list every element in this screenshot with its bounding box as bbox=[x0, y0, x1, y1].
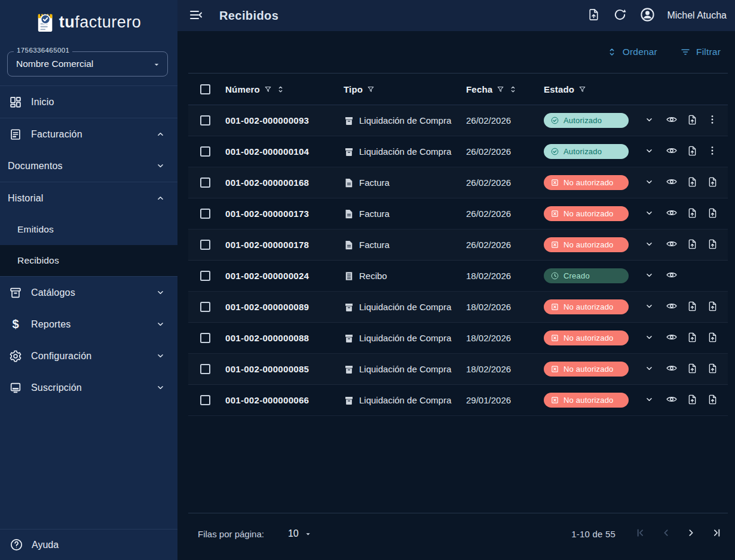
view-document-button[interactable] bbox=[661, 172, 682, 194]
status-cell: No autorizado bbox=[544, 206, 637, 221]
status-label: No autorizado bbox=[564, 396, 614, 405]
eye-icon bbox=[666, 300, 678, 314]
sidebar-item-recibidos[interactable]: Recibidos bbox=[0, 245, 177, 276]
view-document-button[interactable] bbox=[661, 203, 682, 225]
row-checkbox[interactable] bbox=[200, 302, 210, 312]
upload-document-button[interactable] bbox=[587, 9, 601, 23]
expand-row-button[interactable] bbox=[637, 172, 661, 194]
sidebar-item-historial[interactable]: Historial bbox=[0, 182, 177, 214]
expand-row-button[interactable] bbox=[637, 359, 661, 380]
funnel-filter-icon[interactable] bbox=[578, 85, 587, 94]
sidebar-item-documentos[interactable]: Documentos bbox=[0, 150, 177, 182]
export-file-button[interactable] bbox=[682, 296, 702, 318]
export-file-button[interactable] bbox=[682, 234, 702, 256]
view-document-button[interactable] bbox=[661, 390, 682, 411]
export-file-button[interactable] bbox=[702, 390, 723, 411]
sidebar-item-facturacion[interactable]: Facturación bbox=[0, 118, 177, 150]
sidebar-item-emitidos[interactable]: Emitidos bbox=[0, 214, 177, 245]
chevron-up-icon bbox=[155, 193, 166, 203]
sidebar-item-configuracion[interactable]: Configuración bbox=[0, 340, 177, 372]
document-date: 18/02/2026 bbox=[466, 302, 544, 312]
last-page-button[interactable] bbox=[709, 527, 723, 541]
company-select[interactable]: 1756336465001 Nombre Comercial bbox=[7, 51, 168, 76]
menu-collapse-button[interactable] bbox=[189, 8, 203, 23]
export-file-button[interactable] bbox=[682, 172, 702, 194]
doc-archive-icon bbox=[344, 146, 354, 157]
file-export-icon bbox=[707, 301, 718, 314]
account-button[interactable] bbox=[639, 8, 656, 24]
export-file-button[interactable] bbox=[702, 203, 723, 225]
row-checkbox[interactable] bbox=[200, 333, 210, 343]
export-file-button[interactable] bbox=[702, 296, 723, 318]
view-document-button[interactable] bbox=[661, 296, 682, 318]
funnel-filter-icon[interactable] bbox=[496, 85, 505, 94]
doc-archive-icon bbox=[344, 395, 354, 406]
unfold-more-icon[interactable] bbox=[276, 85, 285, 94]
check-circle-icon bbox=[550, 147, 559, 156]
sidebar-item-inicio[interactable]: Inicio bbox=[0, 86, 177, 118]
row-checkbox[interactable] bbox=[200, 209, 210, 219]
view-document-button[interactable] bbox=[661, 328, 682, 349]
export-file-button[interactable] bbox=[682, 390, 702, 411]
rows-per-page-select[interactable]: 10 bbox=[288, 528, 313, 539]
row-checkbox[interactable] bbox=[200, 364, 210, 374]
export-file-button[interactable] bbox=[702, 234, 723, 256]
filter-list-icon bbox=[680, 47, 691, 57]
sidebar-item-catalogos[interactable]: Catálogos bbox=[0, 277, 177, 308]
user-name: Michel Atucha bbox=[667, 10, 727, 21]
export-file-button[interactable] bbox=[682, 203, 702, 225]
previous-page-button[interactable] bbox=[659, 527, 673, 541]
export-file-button[interactable] bbox=[702, 328, 723, 349]
view-document-button[interactable] bbox=[661, 141, 682, 163]
expand-row-button[interactable] bbox=[637, 203, 661, 225]
sort-button[interactable]: Ordenar bbox=[607, 47, 657, 57]
filter-button[interactable]: Filtrar bbox=[680, 47, 721, 57]
view-document-button[interactable] bbox=[661, 234, 682, 256]
funnel-filter-icon[interactable] bbox=[366, 85, 375, 94]
more-options-button[interactable] bbox=[702, 110, 723, 131]
view-document-button[interactable] bbox=[661, 110, 682, 131]
expand-row-button[interactable] bbox=[637, 141, 661, 163]
row-checkbox[interactable] bbox=[200, 395, 210, 405]
expand-row-button[interactable] bbox=[637, 234, 661, 256]
view-document-button[interactable] bbox=[661, 265, 682, 287]
sidebar-item-ayuda[interactable]: Ayuda bbox=[0, 530, 177, 560]
export-file-button[interactable] bbox=[702, 359, 723, 380]
view-document-button[interactable] bbox=[661, 359, 682, 380]
app-logo: tufacturero bbox=[0, 0, 177, 44]
document-date: 18/02/2026 bbox=[466, 271, 544, 281]
row-checkbox[interactable] bbox=[200, 271, 210, 281]
document-type-label: Liquidación de Compra bbox=[359, 302, 451, 312]
export-file-button[interactable] bbox=[702, 172, 723, 194]
document-date: 26/02/2026 bbox=[466, 178, 544, 188]
row-checkbox[interactable] bbox=[200, 178, 210, 188]
document-type: Factura bbox=[344, 209, 466, 219]
funnel-filter-icon[interactable] bbox=[264, 85, 272, 94]
export-file-button[interactable] bbox=[682, 141, 702, 163]
document-type: Liquidación de Compra bbox=[344, 333, 466, 344]
export-file-button[interactable] bbox=[682, 359, 702, 380]
first-page-button[interactable] bbox=[633, 527, 648, 541]
expand-row-button[interactable] bbox=[637, 390, 661, 411]
sidebar-item-suscripcion[interactable]: Suscripción bbox=[0, 372, 177, 403]
row-checkbox[interactable] bbox=[200, 146, 210, 157]
document-type-label: Recibo bbox=[359, 271, 387, 281]
app-window: tufacturero 1756336465001 Nombre Comerci… bbox=[0, 0, 735, 560]
expand-row-button[interactable] bbox=[637, 265, 661, 287]
company-id-label: 1756336465001 bbox=[14, 47, 72, 54]
refresh-button[interactable] bbox=[613, 9, 627, 23]
expand-row-button[interactable] bbox=[637, 296, 661, 318]
more-options-button[interactable] bbox=[702, 141, 723, 163]
select-all-checkbox[interactable] bbox=[200, 84, 210, 94]
sidebar-item-reportes[interactable]: $Reportes bbox=[0, 308, 177, 340]
status-badge: No autorizado bbox=[544, 175, 629, 190]
account-circle-icon bbox=[639, 7, 656, 25]
row-checkbox[interactable] bbox=[200, 115, 210, 126]
next-page-button[interactable] bbox=[684, 527, 698, 541]
unfold-more-icon[interactable] bbox=[509, 85, 517, 94]
export-file-button[interactable] bbox=[682, 328, 702, 349]
expand-row-button[interactable] bbox=[637, 328, 661, 349]
export-file-button[interactable] bbox=[682, 110, 702, 131]
expand-row-button[interactable] bbox=[637, 110, 661, 131]
row-checkbox[interactable] bbox=[200, 240, 210, 250]
